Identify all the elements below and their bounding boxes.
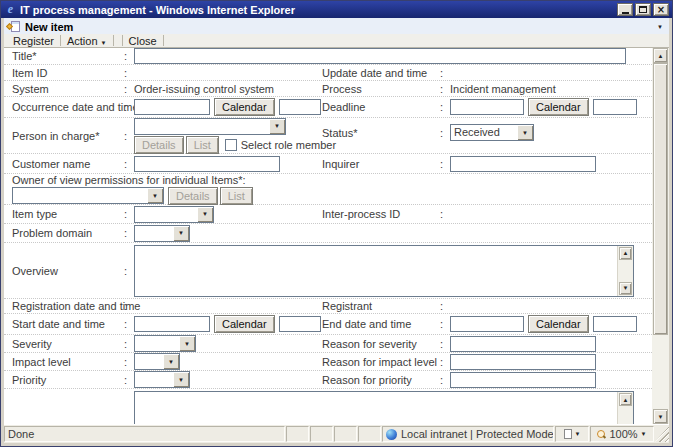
resize-grip[interactable] xyxy=(655,426,669,442)
occurrence-calendar-button[interactable]: Calendar xyxy=(214,98,275,116)
chevron-up-icon: ▲ xyxy=(658,53,664,59)
start-time-input[interactable] xyxy=(279,316,321,332)
occurrence-time-input[interactable] xyxy=(279,99,321,115)
chevron-down-icon: ▼ xyxy=(173,226,189,241)
chevron-down-icon: ▼ xyxy=(179,336,195,351)
status-panel xyxy=(286,426,309,442)
deadline-label: Deadline xyxy=(322,101,440,113)
start-calendar-button[interactable]: Calendar xyxy=(214,315,275,333)
zoom-level: 100% xyxy=(609,428,637,440)
reason-severity-input[interactable] xyxy=(450,336,596,352)
form-row-start-end: Start date and time : Calendar End date … xyxy=(4,314,652,335)
action-menu-button[interactable]: Action ▼ xyxy=(62,35,112,47)
header-menu-button[interactable]: ▼ xyxy=(657,22,663,31)
problem-domain-select[interactable]: ▼ xyxy=(134,225,190,242)
owner-list-button[interactable]: List xyxy=(220,187,253,205)
register-button[interactable]: Register xyxy=(8,35,59,47)
chevron-down-icon: ▼ xyxy=(197,207,213,222)
item-type-select[interactable]: ▼ xyxy=(134,206,214,223)
end-date-input[interactable] xyxy=(450,316,524,332)
reason-impact-label: Reason for impact level xyxy=(322,356,440,368)
owner-permissions-label: Owner of view permissions for individual… xyxy=(12,174,246,186)
close-icon: × xyxy=(657,5,665,14)
colon-separator: : xyxy=(440,83,450,95)
select-value xyxy=(135,207,197,222)
start-date-input[interactable] xyxy=(134,316,210,332)
severity-select[interactable]: ▼ xyxy=(134,335,196,352)
textarea-scrollbar[interactable]: ▲ ▼ xyxy=(617,246,633,296)
colon-separator: : xyxy=(124,83,134,95)
deadline-time-input[interactable] xyxy=(593,99,637,115)
form-row-customer: Customer name : Inquirer : xyxy=(4,154,652,174)
occurrence-label: Occurrence date and time xyxy=(12,101,124,113)
end-time-input[interactable] xyxy=(593,316,637,332)
impact-level-select[interactable]: ▼ xyxy=(134,353,180,370)
colon-separator: : xyxy=(124,318,134,330)
zoom-control-button[interactable]: 100% ▼ xyxy=(590,426,654,442)
form-row-item-type: Item type : ▼ Inter-process ID : xyxy=(4,205,652,224)
colon-separator: : xyxy=(440,101,450,113)
close-button[interactable]: × xyxy=(653,3,669,16)
person-list-button[interactable]: List xyxy=(186,136,219,154)
status-select[interactable]: Received ▼ xyxy=(450,124,534,141)
toolbar-separator xyxy=(163,35,164,46)
reason-impact-input[interactable] xyxy=(450,354,596,370)
colon-separator: : xyxy=(124,158,134,170)
textarea-scrollbar[interactable]: ▲ ▼ xyxy=(617,392,633,424)
minimize-button[interactable] xyxy=(617,3,633,16)
inquirer-input[interactable] xyxy=(450,156,596,172)
end-date-label: End date and time xyxy=(322,318,440,330)
scroll-up-button[interactable]: ▲ xyxy=(619,247,632,260)
end-calendar-button[interactable]: Calendar xyxy=(528,315,589,333)
person-in-charge-select[interactable]: ▼ xyxy=(134,118,286,135)
work-status-textarea[interactable]: ▲ ▼ xyxy=(134,391,634,424)
owner-details-button[interactable]: Details xyxy=(168,187,218,205)
owner-permissions-select[interactable]: ▼ xyxy=(12,187,164,204)
security-zone-panel: Local intranet | Protected Mode: Off xyxy=(382,426,554,442)
registration-date-label: Registration date and time xyxy=(12,300,124,312)
start-date-label: Start date and time xyxy=(12,318,124,330)
priority-label: Priority xyxy=(12,374,124,386)
form-content: Title* : Item ID : Update date and time … xyxy=(4,48,669,424)
toolbar-separator xyxy=(60,35,61,46)
internet-explorer-icon: e xyxy=(4,3,17,16)
colon-separator: : xyxy=(124,130,134,142)
select-role-member-checkbox[interactable] xyxy=(225,139,237,151)
title-input[interactable] xyxy=(134,48,626,64)
customer-name-input[interactable] xyxy=(134,156,280,172)
form-row-severity: Severity : ▼ Reason for severity : xyxy=(4,335,652,353)
maximize-button[interactable] xyxy=(635,3,651,16)
colon-separator: : xyxy=(124,208,134,220)
minimize-icon xyxy=(622,12,629,14)
form-row-registration: Registration date and time : Registrant … xyxy=(4,299,652,314)
select-value xyxy=(135,354,163,369)
scroll-up-button[interactable]: ▲ xyxy=(619,393,632,406)
close-page-button[interactable]: Close xyxy=(124,35,162,47)
status-panel xyxy=(310,426,333,442)
scrollbar-thumb[interactable] xyxy=(653,63,668,335)
overview-textarea[interactable]: ▲ ▼ xyxy=(134,245,634,297)
priority-select[interactable]: ▼ xyxy=(134,371,190,388)
status-bar: Done Local intranet | Protected Mode: Of… xyxy=(4,424,669,443)
colon-separator: : xyxy=(124,338,134,350)
colon-separator: : xyxy=(124,50,134,62)
scroll-down-button[interactable]: ▼ xyxy=(653,409,668,424)
update-date-label: Update date and time xyxy=(322,67,440,79)
toolbar: Register Action ▼ Close xyxy=(4,34,669,48)
occurrence-date-input[interactable] xyxy=(134,99,210,115)
deadline-date-input[interactable] xyxy=(450,99,524,115)
chevron-down-icon: ▼ xyxy=(517,125,533,140)
person-details-button[interactable]: Details xyxy=(134,136,184,154)
customer-name-label: Customer name xyxy=(12,158,124,170)
colon-separator: : xyxy=(124,265,134,277)
reason-priority-input[interactable] xyxy=(450,372,596,388)
inquirer-label: Inquirer xyxy=(322,158,440,170)
scroll-down-button[interactable]: ▼ xyxy=(619,282,632,295)
deadline-calendar-button[interactable]: Calendar xyxy=(528,98,589,116)
scroll-up-button[interactable]: ▲ xyxy=(653,48,668,63)
form-row-title: Title* : xyxy=(4,48,652,65)
person-in-charge-label: Person in charge* xyxy=(12,130,124,142)
process-label: Process xyxy=(322,83,440,95)
vertical-scrollbar[interactable]: ▲ ▼ xyxy=(652,48,669,424)
page-privacy-button[interactable]: ▼ xyxy=(555,426,589,442)
